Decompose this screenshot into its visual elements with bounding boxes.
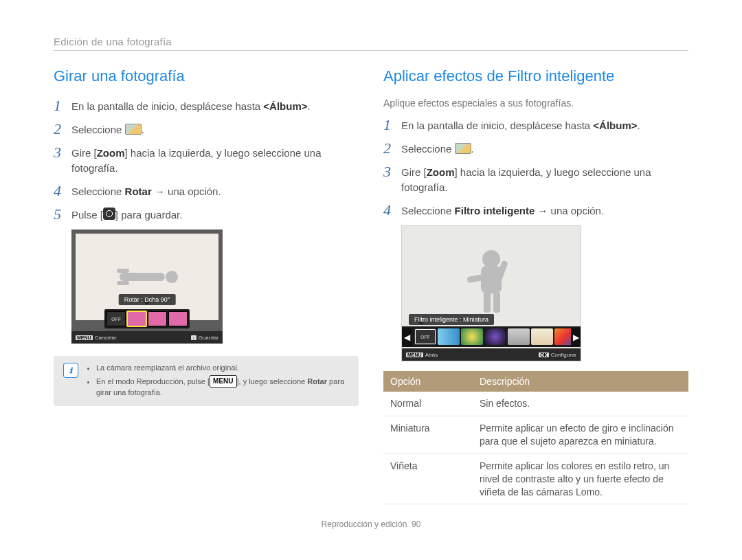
- note-item-1: La cámara reemplazará el archivo origina…: [96, 363, 349, 373]
- th-option: Opción: [383, 371, 473, 392]
- left-step-3: Gire [Zoom] hacia la izquierda, y luego …: [71, 144, 359, 176]
- svg-point-0: [166, 271, 178, 283]
- left-section-title: Girar una fotografía: [54, 67, 359, 85]
- rotate-thumb-selected: [127, 311, 146, 326]
- svg-rect-6: [484, 292, 491, 313]
- filter-fx-1: [438, 328, 460, 345]
- filter-effects-row: ◀ OFF ▶: [402, 326, 581, 347]
- svg-rect-2: [117, 269, 129, 273]
- svg-point-4: [482, 250, 500, 268]
- edit-icon: [125, 124, 142, 135]
- filter-options-table: Opción Descripción Normal Sin efectos. M…: [383, 371, 688, 504]
- effects-right-arrow-icon: ▶: [571, 328, 581, 347]
- table-row: Viñeta Permite aplicar los colores en es…: [383, 453, 688, 504]
- filter-fx-5: [531, 328, 553, 345]
- table-row: Normal Sin efectos.: [383, 392, 688, 416]
- right-intro: Aplique efectos especiales a sus fotogra…: [383, 98, 688, 109]
- right-step-1: En la pantalla de inicio, desplácese has…: [401, 117, 640, 133]
- left-step-2: Seleccione .: [71, 121, 144, 137]
- info-note: ℹ La cámara reemplazará el archivo origi…: [54, 356, 359, 406]
- breadcrumb: Edición de una fotografía: [54, 36, 688, 51]
- right-step-3: Gire [Zoom] hacia la izquierda, y luego …: [401, 164, 688, 195]
- left-footer-right: ↓Guardar: [191, 335, 218, 341]
- left-camera-screen: Rotar : Dcha 90° OFF MENUCancelar ↓Guard…: [71, 229, 223, 344]
- svg-rect-7: [493, 292, 500, 313]
- person-silhouette-icon: [113, 262, 181, 292]
- svg-rect-3: [117, 281, 129, 285]
- filter-fx-2: [461, 328, 483, 345]
- right-step-2: Seleccione .: [401, 140, 474, 157]
- page-footer: Reproducción y edición 90: [54, 519, 688, 529]
- right-column: Aplicar efectos de Filtro inteligente Ap…: [383, 67, 688, 504]
- child-silhouette-icon: [453, 247, 529, 315]
- effects-left-arrow-icon: ◀: [402, 328, 412, 347]
- rotate-off-thumb: OFF: [106, 311, 126, 326]
- left-column: Girar una fotografía En la pantalla de i…: [54, 67, 359, 504]
- left-step-1: En la pantalla de inicio, desplácese has…: [71, 98, 311, 114]
- left-steps: En la pantalla de inicio, desplácese has…: [54, 98, 359, 223]
- right-steps: En la pantalla de inicio, desplácese has…: [383, 117, 688, 219]
- note-item-2: En el modo Reproducción, pulse [MENU], y…: [96, 375, 349, 397]
- right-section-title: Aplicar efectos de Filtro inteligente: [383, 67, 688, 85]
- left-footer-left: MENUCancelar: [76, 335, 117, 341]
- edit-icon: [455, 143, 471, 154]
- info-icon: ℹ: [63, 363, 78, 378]
- right-footer-left: MENUAtrás: [406, 352, 438, 358]
- filter-tooltip: Filtro inteligente : Miniatura: [409, 314, 494, 325]
- table-row: Miniatura Permite aplicar un efecto de g…: [383, 416, 688, 453]
- filter-off: OFF: [414, 328, 436, 345]
- left-step-4: Seleccione Rotar → una opción.: [71, 183, 221, 199]
- rotate-thumb-3: [168, 311, 188, 326]
- right-footer-right: OKConfigurar: [539, 352, 576, 358]
- rotate-tooltip: Rotar : Dcha 90°: [119, 294, 176, 305]
- rotate-thumb-row: OFF: [104, 309, 190, 328]
- right-camera-screen: Filtro inteligente : Miniatura ◀ OFF ▶ M…: [401, 225, 581, 361]
- rotate-thumb-2: [148, 311, 167, 326]
- filter-fx-3: [484, 328, 506, 345]
- svg-rect-1: [120, 273, 165, 281]
- th-desc: Descripción: [473, 371, 688, 392]
- filter-fx-4: [508, 328, 530, 345]
- right-step-4: Seleccione Filtro inteligente → una opci…: [401, 202, 604, 219]
- left-step-5: Pulse [] para guardar.: [71, 206, 182, 223]
- macro-icon: [103, 208, 115, 220]
